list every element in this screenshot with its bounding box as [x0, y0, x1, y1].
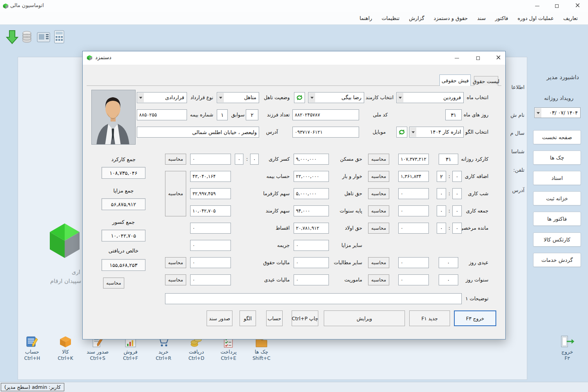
- night-work-m-input[interactable]: ۰: [437, 188, 446, 199]
- friday-work-m-input[interactable]: ۰: [437, 205, 446, 216]
- calc-senavat-button[interactable]: محاسبه: [368, 274, 389, 285]
- dialog-close-button[interactable]: [492, 54, 505, 62]
- tab-salary-list[interactable]: لیست حقوق: [474, 76, 498, 86]
- export-tool-button[interactable]: [5, 29, 19, 45]
- calc-work-deficit-button[interactable]: محاسبه: [165, 154, 186, 165]
- salary-tax-amount[interactable]: ۰: [190, 257, 231, 268]
- contract-select[interactable]: قراردادی: [137, 92, 187, 103]
- pattern-select[interactable]: اداره کار ۱۴۰۴: [409, 127, 464, 138]
- address-input[interactable]: ولیعصر ، خیابان اطلس شمالی: [137, 127, 259, 138]
- marriage-allowance-amount[interactable]: ۵,۰۰۰,۰۰۰: [294, 188, 329, 199]
- calc-eydi-tax-button[interactable]: محاسبه: [165, 274, 186, 285]
- menu-payroll[interactable]: حقوق و دستمزد: [429, 12, 472, 25]
- menu-invoice[interactable]: فاکتور: [490, 12, 513, 25]
- menu-settings[interactable]: تنظیمات: [377, 12, 404, 25]
- calc-friday-work-button[interactable]: محاسبه: [368, 205, 389, 216]
- work-deficit-amount[interactable]: ۰: [190, 154, 231, 165]
- housing-amount[interactable]: ۹,۰۰۰,۰۰۰: [294, 154, 329, 165]
- employee-refresh-button[interactable]: [294, 92, 305, 103]
- account-button[interactable]: حساب: [266, 310, 283, 326]
- employer-share-amount[interactable]: ۳۲,۹۹۷,۴۵۹: [190, 188, 231, 199]
- leave-amount[interactable]: ۰: [398, 223, 429, 234]
- sidebar-cheques-button[interactable]: چک ها: [533, 151, 581, 165]
- daily-work-amount[interactable]: ۱۰۷,۳۷۳,۲۱۲: [398, 154, 429, 165]
- menu-help[interactable]: راهنما: [355, 12, 377, 25]
- window-minimize-button[interactable]: [530, 2, 544, 10]
- penalty-amount[interactable]: ۰: [190, 240, 231, 251]
- calc-eydi-button[interactable]: محاسبه: [368, 257, 389, 268]
- marital-select[interactable]: متاهل: [217, 92, 259, 103]
- employee-share-amount[interactable]: ۱۰,۰۴۲,۷۰۵: [190, 205, 231, 216]
- insurance-account-amount[interactable]: ۴۳,۰۴۰,۱۶۴: [190, 171, 231, 182]
- daily-work-days-input[interactable]: ۳۱: [439, 154, 458, 165]
- friday-work-h-input[interactable]: ۰: [452, 205, 462, 216]
- print-button[interactable]: چاپ Ctrl+P: [292, 310, 318, 326]
- dialog-minimize-button[interactable]: [450, 54, 463, 62]
- dialog-maximize-button[interactable]: [472, 54, 484, 62]
- senavat-amount[interactable]: ۰: [398, 274, 429, 285]
- work-deficit-h-input[interactable]: ۰: [250, 154, 259, 165]
- pos-tool-button[interactable]: [36, 31, 51, 44]
- employee-select[interactable]: رضا بیگی: [308, 92, 364, 103]
- calc-overtime-button[interactable]: محاسبه: [368, 171, 389, 182]
- calc-leave-button[interactable]: محاسبه: [368, 223, 389, 234]
- menu-definitions[interactable]: تعاریف: [559, 12, 583, 25]
- month-select[interactable]: فروردین: [396, 92, 464, 103]
- pattern-button[interactable]: الگو: [240, 310, 256, 326]
- overtime-m-input[interactable]: ۲: [437, 171, 446, 182]
- window-maximize-button[interactable]: [550, 2, 563, 10]
- taskbar-exit[interactable]: خروج F۳: [552, 335, 583, 361]
- taskbar-goods[interactable]: کالا Ctrl+K: [50, 336, 81, 361]
- overtime-amount[interactable]: ۱,۳۶۱,۸۳۴: [398, 171, 429, 182]
- other-claims-amount[interactable]: ۰: [294, 257, 329, 268]
- menu-document[interactable]: سند: [472, 12, 490, 25]
- eydi-amount[interactable]: ۰: [398, 257, 429, 268]
- leave-m-input[interactable]: ۰: [437, 223, 446, 234]
- tab-payslip[interactable]: فیش حقوقی: [439, 74, 471, 86]
- menu-report[interactable]: گزارش: [404, 12, 429, 25]
- sidebar-goods-cardex-button[interactable]: کارتکس کالا: [533, 232, 581, 247]
- experience-input[interactable]: ۱: [217, 109, 228, 120]
- calc-daily-work-button[interactable]: محاسبه: [368, 154, 389, 165]
- calc-insurance-button[interactable]: محاسبه: [165, 171, 186, 216]
- base-seniority-amount[interactable]: ۹۴,۰۰۰: [294, 205, 329, 216]
- window-close-button[interactable]: [571, 2, 584, 10]
- eydi-tax-amount[interactable]: ۰: [190, 274, 231, 285]
- exit-button[interactable]: خروج F۳: [454, 310, 496, 326]
- child-allowance-amount[interactable]: ۲۰,۷۸۱,۹۱۲: [294, 223, 329, 234]
- insurance-number-input[interactable]: ۸۸۵۰۲۵۵: [137, 109, 187, 120]
- national-id-input[interactable]: ۸۸۲۰۲۴۵۷۸۷: [292, 109, 359, 120]
- sidebar-services-button[interactable]: گردش خدمات: [533, 253, 581, 267]
- sidebar-treasury-button[interactable]: خزانه ثبت: [533, 191, 581, 205]
- backup-tool-button[interactable]: [22, 30, 32, 44]
- month-days-input[interactable]: ۳۱: [445, 109, 462, 120]
- calculator-tool-button[interactable]: [53, 30, 65, 44]
- eydi-days-input[interactable]: ۰: [439, 257, 458, 268]
- pattern-refresh-button[interactable]: [396, 127, 407, 138]
- calc-night-work-button[interactable]: محاسبه: [368, 188, 389, 199]
- work-deficit-m-input[interactable]: ۰: [235, 154, 243, 165]
- children-count-input[interactable]: ۲: [246, 109, 258, 120]
- leave-h-input[interactable]: ۰: [452, 223, 462, 234]
- menu-first-period-operations[interactable]: عملیات اول دوره: [513, 12, 558, 25]
- sidebar-documents-button[interactable]: اسناد: [533, 171, 581, 185]
- installments-amount[interactable]: ۰: [190, 223, 231, 234]
- senavat-days-input[interactable]: ۰: [439, 274, 458, 285]
- taskbar-account[interactable]: حساب Ctrl+H: [17, 336, 47, 361]
- calc-salary-tax-button[interactable]: محاسبه: [165, 257, 186, 268]
- new-button[interactable]: جدید F۱: [409, 310, 450, 326]
- mission-amount[interactable]: ۰: [294, 274, 329, 285]
- sidebar-home-button[interactable]: صفحه نخست: [533, 130, 581, 144]
- calc-totals-button[interactable]: محاسبه: [103, 278, 124, 289]
- issue-document-button[interactable]: صدور سند: [207, 310, 232, 326]
- mobile-input[interactable]: ۰۹۳۷۱۷۰۶۱۲۱: [292, 127, 359, 138]
- edit-button[interactable]: ویرایش: [324, 310, 405, 326]
- sidebar-invoices-button[interactable]: فاکتور ها: [533, 212, 581, 226]
- groceries-amount[interactable]: ۲۲,۰۰۰,۰۰۰: [294, 171, 329, 182]
- night-work-amount[interactable]: ۰: [398, 188, 429, 199]
- night-work-h-input[interactable]: ۰: [452, 188, 462, 199]
- other-benefits-amount[interactable]: ۰: [294, 240, 329, 251]
- notes-input[interactable]: [165, 293, 462, 304]
- date-select[interactable]: ۰۳/ ۰۷/ ۱۴۰۴: [534, 107, 581, 118]
- friday-work-amount[interactable]: ۰: [398, 205, 429, 216]
